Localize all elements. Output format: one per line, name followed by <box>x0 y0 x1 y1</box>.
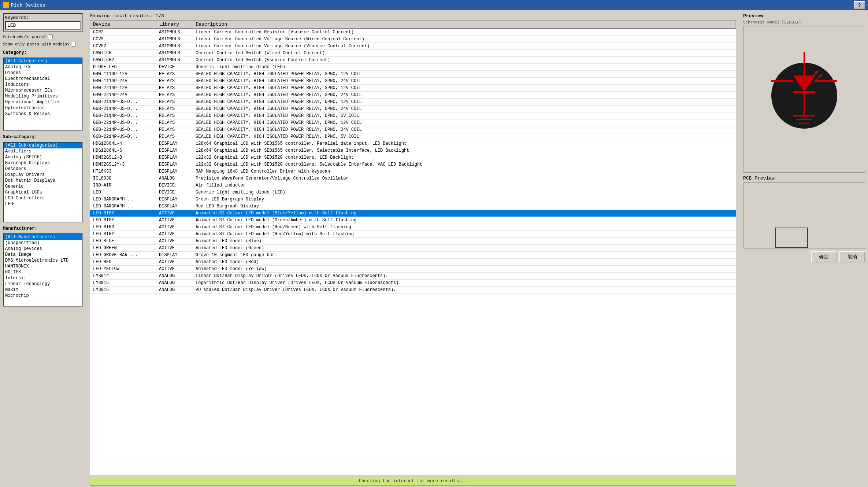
show-only-parts-checkbox[interactable] <box>71 42 76 47</box>
cell-description: Red LED Bargraph Display <box>193 203 736 210</box>
table-row[interactable]: LED-BIRYACTIVEAnimated BI-Colour LED mod… <box>90 231 736 238</box>
table-row[interactable]: G6B-2114P-US-D...RELAYSSEALED HIGH CAPAC… <box>90 106 736 112</box>
results-header: Showing local results: 173 <box>86 10 740 20</box>
subcategory-item[interactable]: Display Drivers <box>4 172 82 178</box>
table-row[interactable]: LM3916ANALOGVU scaled Dot/Bar Display Dr… <box>90 287 736 294</box>
subcategory-item[interactable]: Graphical LCDs <box>4 189 82 195</box>
subcategory-item[interactable]: Decoders <box>4 166 82 172</box>
subcategory-item[interactable]: LCD Controllers <box>4 195 82 201</box>
cell-device: LM3916 <box>90 287 156 294</box>
subcategory-item[interactable]: Analog (SPICE) <box>4 154 82 160</box>
category-item[interactable]: Modelling Primitives <box>4 93 82 99</box>
keywords-section: Keywords: <box>3 13 83 32</box>
category-item[interactable]: Diodes <box>4 70 82 76</box>
cell-library: RELAYS <box>156 78 193 85</box>
category-item[interactable]: Electromechanical <box>4 76 82 82</box>
category-item[interactable]: Microprocessor ICs <box>4 88 82 93</box>
category-item[interactable]: Switches & Relays <box>4 111 82 117</box>
category-item[interactable]: Optoelectronics <box>4 105 82 111</box>
category-list[interactable]: (All Categories)Analog ICsDiodesElectrom… <box>4 58 82 130</box>
manufacturer-item[interactable]: Microchip <box>4 293 82 299</box>
manufacturer-item[interactable]: Analog Devices <box>4 246 82 252</box>
manufacturer-item[interactable]: DMS Microelectronics LTD <box>4 258 82 263</box>
table-row[interactable]: LED-GROVE-BAR-...DISPLAYGrove 10 segment… <box>90 252 736 259</box>
category-item[interactable]: Analog ICs <box>4 64 82 70</box>
cell-device: CCVS <box>90 36 156 43</box>
table-row[interactable]: G4W-1114P-12VRELAYSSEALED HIGH CAPACITY,… <box>90 71 736 78</box>
keywords-input[interactable] <box>5 21 81 30</box>
table-row[interactable]: LED-BIBYACTIVEAnimated BI-Colour LED mod… <box>90 210 736 217</box>
table-row[interactable]: G6B-2214P-US-D...RELAYSSEALED HIGH CAPAC… <box>90 133 736 140</box>
table-row[interactable]: CSWITCH2ASIMMDLSCurrent Controlled Switc… <box>90 57 736 64</box>
manufacturer-item[interactable]: Data Image <box>4 252 82 258</box>
table-row[interactable]: CCVS2ASIMMDLSLinear Current Controlled V… <box>90 43 736 50</box>
subcategory-item[interactable]: (All Sub-categories) <box>4 143 82 148</box>
cell-library: ACTIVE <box>156 266 193 273</box>
category-item[interactable]: Inductors <box>4 82 82 88</box>
cell-library: ASIMMDLS <box>156 29 193 36</box>
table-row[interactable]: CSWITCHASIMMDLSCurrent Controlled Switch… <box>90 50 736 57</box>
help-button[interactable]: ? <box>854 1 865 9</box>
table-row[interactable]: G4W-2214P-24VRELAYSSEALED HIGH CAPACITY,… <box>90 92 736 99</box>
manufacturer-item[interactable]: Maxim <box>4 287 82 293</box>
table-row[interactable]: ICL8038ANALOGPrecision Waveform Generato… <box>90 175 736 182</box>
match-whole-words-checkbox[interactable] <box>48 34 53 39</box>
subcategory-item[interactable]: Bargraph Displays <box>4 160 82 166</box>
cell-library: ACTIVE <box>156 217 193 224</box>
category-item[interactable]: (All Categories) <box>4 58 82 64</box>
table-row[interactable]: HT16K33DISPLAYRAM Mapping 16x8 LED Contr… <box>90 168 736 175</box>
manufacturer-list[interactable]: (All Manufacturers)(Unspecified)Analog D… <box>4 234 82 306</box>
table-row[interactable]: HDM32GS12-BDISPLAY122x32 Graphical LCD w… <box>90 154 736 161</box>
table-row[interactable]: LM3914ANALOGLinear Dot/Bar Display Drive… <box>90 273 736 280</box>
table-row[interactable]: CCR2ASIMMDLSLineer Current Controlled Re… <box>90 29 736 36</box>
cell-description: VU scaled Dot/Bar Display Driver (Drives… <box>193 287 736 294</box>
table-row[interactable]: HDG12864L-4DISPLAY128x64 Graphical LCD w… <box>90 140 736 147</box>
table-row[interactable]: HDG12864L-6DISPLAY128x64 Graphical LCD w… <box>90 147 736 154</box>
table-row[interactable]: CCVSASIMMDLSLinear Current Controlled Vo… <box>90 36 736 43</box>
table-row[interactable]: G4W-2214P-12VRELAYSSEALED HIGH CAPACITY,… <box>90 85 736 92</box>
cell-device: LM3914 <box>90 273 156 280</box>
subcategory-item[interactable]: Amplifiers <box>4 148 82 154</box>
table-row[interactable]: LEDDEVICEGeneric light emitting diode (L… <box>90 189 736 196</box>
col-header-library[interactable]: Library <box>156 21 193 29</box>
subcategory-list[interactable]: (All Sub-categories)AmplifiersAnalog (SP… <box>4 143 82 222</box>
table-row[interactable]: G6B-2214P-US-D...RELAYSSEALED HIGH CAPAC… <box>90 126 736 133</box>
col-header-description[interactable]: Description <box>193 21 736 29</box>
table-row[interactable]: LED-BLUEACTIVEAnimated LED model (Blue) <box>90 238 736 245</box>
table-row[interactable]: G4W-1114P-24VRELAYSSEALED HIGH CAPACITY,… <box>90 78 736 85</box>
table-row[interactable]: LED-GREENACTIVEAnimated LED model (Green… <box>90 245 736 252</box>
device-table-container[interactable]: Device Library Description CCR2ASIMMDLSL… <box>90 20 736 475</box>
cell-description: Green LED Bargraph Display <box>193 196 736 203</box>
table-row[interactable]: LED-YELLOWACTIVEAnimated LED model (Yell… <box>90 266 736 273</box>
table-row[interactable]: DIODE-LEDDEVICEGeneric light emitting di… <box>90 64 736 71</box>
device-table: Device Library Description CCR2ASIMMDLSL… <box>90 21 736 294</box>
cancel-button[interactable]: 取消 <box>839 251 865 262</box>
cell-library: ACTIVE <box>156 224 193 231</box>
col-header-device[interactable]: Device <box>90 21 156 29</box>
table-row[interactable]: LED-BARGRAPH-...DISPLAYGreen LED Bargrap… <box>90 196 736 203</box>
table-row[interactable]: LM3915ANALOGLogarithmic Dot/Bar Display … <box>90 280 736 287</box>
table-row[interactable]: LED-BARGRAPH-...DISPLAYRed LED Bargraph … <box>90 203 736 210</box>
bottom-buttons: 确定 取消 <box>743 251 865 262</box>
table-row[interactable]: G6B-2114P-US-D...RELAYSSEALED HIGH CAPAC… <box>90 99 736 106</box>
manufacturer-item[interactable]: (All Manufacturers) <box>4 234 82 240</box>
table-row[interactable]: G6B-2114P-US-D...RELAYSSEALED HIGH CAPAC… <box>90 112 736 119</box>
manufacturer-item[interactable]: Intersil <box>4 275 82 281</box>
table-row[interactable]: HDM32GS12Y-3DISPLAY122x32 Graphical LCD … <box>90 161 736 168</box>
table-row[interactable]: G6B-2214P-US-D...RELAYSSEALED HIGH CAPAC… <box>90 119 736 126</box>
table-row[interactable]: LED-BIRGACTIVEAnimated BI-Colour LED mod… <box>90 224 736 231</box>
table-row[interactable]: IND-AIRDEVICEAir filled inductor <box>90 182 736 189</box>
manufacturer-item[interactable]: Linear Technology <box>4 281 82 287</box>
subcategory-item[interactable]: LEDs <box>4 201 82 207</box>
manufacturer-item[interactable]: HOLTEK <box>4 269 82 275</box>
category-item[interactable]: Operational Amplifier <box>4 99 82 105</box>
cell-device: DIODE-LED <box>90 64 156 71</box>
confirm-button[interactable]: 确定 <box>811 251 837 262</box>
manufacturer-item[interactable]: (Unspecified) <box>4 240 82 246</box>
subcategory-item[interactable]: Dot Matrix Displays <box>4 178 82 184</box>
table-row[interactable]: LED-REDACTIVEAnimated LED model (Red) <box>90 259 736 266</box>
cell-library: ASIMMDLS <box>156 50 193 57</box>
table-row[interactable]: LED-BIGYACTIVEAnimated BI-Colour LED mod… <box>90 217 736 224</box>
subcategory-item[interactable]: Generic <box>4 184 82 189</box>
manufacturer-item[interactable]: HANTRONIX <box>4 263 82 269</box>
